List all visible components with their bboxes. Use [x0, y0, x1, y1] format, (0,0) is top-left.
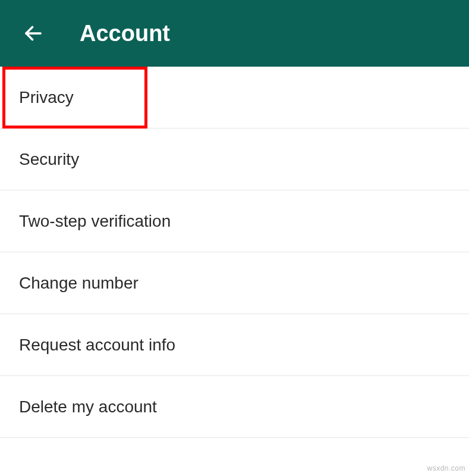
- list-item-label: Security: [19, 150, 79, 169]
- list-item-label: Request account info: [19, 336, 175, 355]
- list-item-two-step-verification[interactable]: Two-step verification: [0, 190, 469, 252]
- list-item-delete-my-account[interactable]: Delete my account: [0, 376, 469, 438]
- list-item-privacy[interactable]: Privacy: [0, 67, 469, 129]
- list-item-label: Delete my account: [19, 397, 157, 416]
- list-item-label: Privacy: [19, 88, 74, 107]
- app-header: Account: [0, 0, 469, 67]
- list-item-label: Change number: [19, 274, 139, 293]
- list-item-security[interactable]: Security: [0, 129, 469, 190]
- watermark-text: wsxdn.com: [427, 464, 465, 472]
- list-item-label: Two-step verification: [19, 212, 171, 231]
- back-arrow-icon[interactable]: [23, 23, 44, 44]
- list-item-request-account-info[interactable]: Request account info: [0, 314, 469, 376]
- settings-list: Privacy Security Two-step verification C…: [0, 67, 469, 438]
- list-item-change-number[interactable]: Change number: [0, 252, 469, 314]
- page-title: Account: [80, 21, 170, 46]
